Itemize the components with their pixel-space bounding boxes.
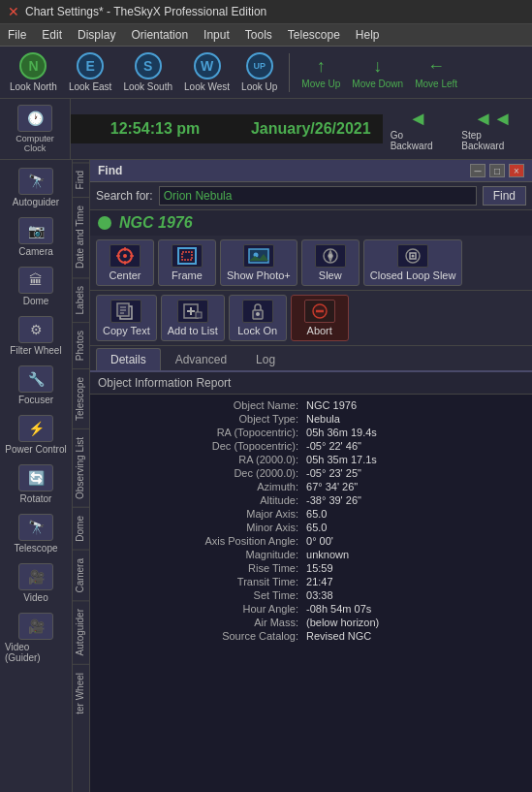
minimize-button[interactable]: ─ [470, 164, 485, 177]
restore-button[interactable]: □ [489, 164, 505, 177]
show-photo-button[interactable]: Show Photo+ [220, 239, 297, 286]
lock-on-button[interactable]: Lock On [229, 295, 287, 341]
date-display: January/26/2021 [239, 114, 383, 143]
table-row: Major Axis:65.0 [94, 507, 528, 521]
frame-label: Frame [172, 269, 203, 281]
tabs-row: Details Advanced Log [90, 346, 532, 372]
slew-button[interactable]: Slew [301, 239, 360, 286]
table-row: Object Type:Nebula [94, 412, 528, 426]
field-label: Set Time: [94, 588, 302, 602]
search-input[interactable] [159, 186, 477, 206]
sidebar-item-camera[interactable]: 📷 Camera [3, 213, 69, 261]
move-left-arrow-icon: ← [427, 56, 445, 77]
frame-button[interactable]: Frame [158, 239, 216, 286]
panel-container: Find Date and Time Labels Photos Telesco… [73, 160, 532, 792]
field-label: Object Name: [94, 398, 302, 412]
sidebar-item-power-control[interactable]: ⚡ Power Control [3, 411, 69, 459]
svg-rect-23 [196, 312, 202, 318]
sidebar-item-autoguider[interactable]: 🔭 Autoguider [3, 164, 69, 211]
move-down-button[interactable]: ↓ Move Down [348, 54, 407, 91]
go-backward-button[interactable]: ◄ Go Backward [383, 104, 454, 155]
vtab-date-time[interactable]: Date and Time [73, 197, 90, 276]
menu-input[interactable]: Input [196, 26, 237, 44]
sidebar-item-rotator[interactable]: 🔄 Rotator [3, 460, 69, 508]
table-row: Object Name:NGC 1976 [94, 398, 528, 412]
abort-icon [304, 300, 335, 323]
field-value: Revised NGC [302, 629, 528, 643]
table-row: Minor Axis:65.0 [94, 521, 528, 534]
step-backward-label: Step Backward [461, 130, 524, 151]
tab-details[interactable]: Details [96, 348, 161, 370]
field-label: Azimuth: [94, 480, 302, 493]
vtab-telescope[interactable]: Telescope [73, 368, 90, 428]
look-east-icon: E [77, 52, 104, 79]
menu-telescope[interactable]: Telescope [280, 26, 348, 44]
move-left-button[interactable]: ← Move Left [411, 54, 461, 91]
field-value: 05h 36m 19.4s [302, 426, 528, 439]
slew-icon [315, 244, 346, 268]
abort-button[interactable]: Abort [291, 295, 349, 341]
look-south-button[interactable]: S Look South [119, 50, 176, 94]
find-button[interactable]: Find [483, 186, 526, 206]
look-east-button[interactable]: E Look East [65, 50, 115, 94]
table-row: Transit Time:21:47 [94, 575, 528, 588]
sidebar-item-video[interactable]: 🎥 Video [3, 559, 69, 607]
menu-display[interactable]: Display [70, 26, 123, 44]
info-content[interactable]: Object Name:NGC 1976Object Type:NebulaRA… [90, 395, 532, 792]
video-guider-icon: 🎥 [18, 613, 53, 640]
abort-label: Abort [307, 325, 332, 336]
computer-clock-sidebar-item[interactable]: 🕐 Computer Clock [2, 101, 68, 157]
find-header: Find ─ □ × [90, 160, 532, 182]
slew-label: Slew [319, 269, 342, 281]
menu-file[interactable]: File [0, 26, 34, 44]
step-backward-button[interactable]: ◄◄ Step Backward [454, 104, 532, 155]
vtab-labels[interactable]: Labels [73, 277, 90, 322]
close-icon[interactable]: ✕ [8, 4, 19, 19]
vtab-dome[interactable]: Dome [73, 507, 90, 550]
find-panel: Find ─ □ × Search for: Find NGC 19 [90, 160, 532, 792]
table-row: Dec (2000.0):-05° 23' 25" [94, 466, 528, 480]
look-up-label: Look Up [241, 81, 277, 92]
add-to-list-button[interactable]: Add to List [161, 295, 225, 341]
look-north-button[interactable]: N Look North [6, 50, 61, 94]
menu-bar: File Edit Display Orientation Input Tool… [0, 24, 532, 47]
vtab-ter-wheel[interactable]: ter Wheel [73, 664, 90, 722]
look-north-icon: N [19, 52, 47, 79]
copy-text-button[interactable]: Copy Text [96, 295, 157, 341]
menu-orientation[interactable]: Orientation [123, 26, 196, 44]
vtab-camera[interactable]: Camera [73, 550, 90, 601]
menu-tools[interactable]: Tools [237, 26, 280, 44]
info-table: Object Name:NGC 1976Object Type:NebulaRA… [94, 398, 528, 643]
copy-text-icon [110, 300, 141, 323]
table-row: RA (Topocentric):05h 36m 19.4s [94, 426, 528, 439]
svg-rect-7 [182, 252, 192, 260]
sidebar-item-filter-wheel[interactable]: ⚙ Filter Wheel [3, 312, 69, 360]
tab-log[interactable]: Log [241, 348, 290, 370]
vtab-find[interactable]: Find [73, 162, 90, 197]
closed-loop-slew-button[interactable]: Closed Loop Slew [363, 239, 463, 286]
video-icon: 🎥 [18, 563, 53, 590]
table-row: Magnitude:unknown [94, 548, 528, 561]
add-to-list-icon [177, 300, 208, 323]
move-up-button[interactable]: ↑ Move Up [297, 54, 344, 91]
menu-help[interactable]: Help [348, 26, 388, 44]
find-search-row: Search for: Find [90, 182, 532, 210]
title-bar: ✕ Chart Settings* - TheSkyX Professional… [0, 0, 532, 24]
look-up-button[interactable]: UP Look Up [237, 50, 281, 94]
field-value: unknown [302, 548, 528, 561]
vtab-observing-list[interactable]: Observing List [73, 428, 90, 507]
lock-on-icon [242, 300, 273, 323]
tab-advanced[interactable]: Advanced [161, 348, 241, 370]
vtab-autoguider[interactable]: Autoguider [73, 600, 90, 663]
look-up-icon: UP [246, 52, 273, 79]
sidebar-item-telescope[interactable]: 🔭 Telescope [3, 510, 69, 557]
vtab-photos[interactable]: Photos [73, 322, 90, 368]
sidebar-item-focuser[interactable]: 🔧 Focuser [3, 362, 69, 409]
sidebar-item-video-guider[interactable]: 🎥 Video (Guider) [3, 609, 69, 667]
menu-edit[interactable]: Edit [34, 26, 70, 44]
center-button[interactable]: Center [96, 239, 154, 286]
look-west-button[interactable]: W Look West [180, 50, 234, 94]
sidebar-item-dome[interactable]: 🏛 Dome [3, 263, 69, 310]
close-find-button[interactable]: × [509, 164, 524, 177]
look-west-label: Look West [184, 81, 230, 92]
